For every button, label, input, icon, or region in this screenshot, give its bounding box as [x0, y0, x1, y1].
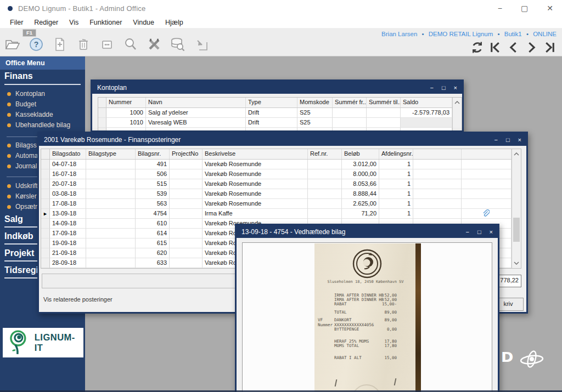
sidebar-item-automa[interactable]: Automa — [0, 151, 38, 161]
table-row[interactable]: 1010 Varesalg WEB Drift S25 — [98, 118, 452, 128]
staple-mark — [394, 378, 397, 385]
kontoplan-title: Kontoplan — [97, 84, 127, 92]
column-header[interactable]: Beløb — [342, 149, 379, 159]
more-options-icon[interactable] — [98, 35, 116, 54]
minimize-icon[interactable]: − — [465, 229, 469, 235]
scroll-up-icon[interactable] — [512, 149, 521, 159]
table-row[interactable]: 1000 Salg af ydelser Drift S25 -2.579.77… — [98, 108, 452, 118]
company-link[interactable]: DEMO RETAIL Lignum — [429, 31, 493, 37]
column-header[interactable]: Summér fr.. — [333, 98, 367, 107]
column-header[interactable]: Type — [246, 98, 297, 107]
first-record-icon[interactable] — [488, 41, 502, 54]
bilag-titlebar[interactable]: 13-09-18 - 4754 - Vedhæftede bilag − □ × — [237, 225, 498, 238]
help-icon[interactable]: ? — [27, 35, 46, 54]
kontoplan-titlebar[interactable]: Kontoplan − □ × — [92, 81, 462, 94]
irma-logo — [352, 248, 383, 279]
scrollbar-thumb[interactable] — [513, 218, 520, 242]
refresh-icon[interactable] — [470, 41, 484, 54]
table-row[interactable]: 04-07-18491Varekøb Rosemunde3.012,001 — [41, 160, 512, 169]
maximize-icon[interactable]: □ — [442, 84, 446, 91]
sidebar-item-udskrift[interactable]: Udskrift — [0, 181, 38, 191]
column-header[interactable]: Saldo — [401, 98, 452, 107]
receipt-address: Sluseholmen 18, 2450 København SV — [319, 280, 412, 284]
separator-dot: • — [495, 31, 503, 37]
sidebar-item-opsaet[interactable]: Opsætr — [0, 202, 37, 212]
open-folder-icon[interactable] — [3, 35, 22, 54]
column-header[interactable]: Afdelingsnr. — [379, 149, 413, 159]
menu-vis[interactable]: Vis — [64, 16, 84, 29]
kontoplan-header-row: Nummer Navn Type Momskode Summér fr.. Su… — [98, 98, 452, 108]
column-header[interactable]: Bilagsdato — [50, 149, 86, 159]
column-header[interactable]: Nummer — [106, 98, 146, 107]
svg-text:?: ? — [34, 40, 39, 49]
kontoplan-scrollbar[interactable] — [452, 98, 462, 132]
column-header[interactable]: Summér til.. — [367, 98, 401, 107]
column-header[interactable]: ProjectNo — [170, 149, 203, 159]
section-finans[interactable]: Finans — [4, 71, 33, 81]
finans-titlebar[interactable]: 2001 Varekøb Rosemunde - Finanspostering… — [39, 133, 526, 146]
table-row[interactable]: 17-08-18563Varekøb Rosemunde2.625,001 — [41, 199, 512, 209]
table-row[interactable]: 16-07-18506Varekøb Rosemunde8.000,001 — [41, 169, 512, 179]
toolbar: ? — [0, 29, 562, 56]
sidebar-item-korsler[interactable]: Kørsler — [0, 191, 37, 201]
main-titlebar: DEMO Lignum - Butik1 - Admind Office − ▢… — [0, 0, 562, 16]
tools-icon[interactable] — [145, 35, 164, 54]
sidebar-item-budget[interactable]: Budget — [0, 99, 36, 109]
search-icon[interactable] — [121, 35, 140, 54]
staple-mark — [335, 379, 338, 387]
maximize-icon[interactable]: ▢ — [521, 0, 528, 16]
scroll-up-icon[interactable] — [453, 98, 462, 107]
previous-record-icon[interactable] — [507, 41, 520, 54]
import-icon[interactable] — [192, 35, 211, 54]
section-salg[interactable]: Salg — [4, 214, 23, 224]
column-header[interactable]: Navn — [146, 98, 246, 107]
delete-icon[interactable] — [74, 35, 93, 54]
menu-funktioner[interactable]: Funktioner — [84, 16, 127, 29]
close-icon[interactable]: × — [490, 229, 493, 235]
column-header[interactable]: Bilagstype — [86, 149, 136, 159]
sidebar-item-kassekladde[interactable]: Kassekladde — [0, 110, 53, 120]
section-indkob[interactable]: Indkøb — [4, 231, 33, 241]
d-status-icon[interactable]: D — [501, 349, 513, 365]
sidebar-item-bilags[interactable]: Bilagss — [0, 140, 37, 150]
close-icon[interactable]: × — [518, 137, 521, 143]
orbit-sync-icon[interactable] — [518, 346, 546, 372]
close-icon[interactable]: ✕ — [547, 0, 553, 16]
user-link[interactable]: Brian Larsen — [381, 31, 417, 37]
scroll-down-icon[interactable] — [512, 258, 521, 268]
lignum-logo-text: LIGNUM-IT — [35, 332, 83, 353]
close-icon[interactable]: × — [454, 84, 457, 91]
database-search-icon[interactable] — [168, 35, 187, 54]
minimize-icon[interactable]: − — [430, 84, 433, 91]
sidebar-item-kontoplan[interactable]: Kontoplan — [0, 89, 45, 99]
column-header[interactable]: Momskode — [297, 98, 333, 107]
maximize-icon[interactable]: □ — [477, 229, 481, 235]
last-record-icon[interactable] — [543, 41, 557, 54]
section-projekt[interactable]: Projekt — [4, 248, 34, 258]
minimize-icon[interactable]: − — [498, 0, 502, 16]
new-document-icon[interactable] — [50, 35, 69, 54]
attachment-paperclip-icon[interactable] — [481, 209, 490, 219]
table-row[interactable]: 20-07-18515Varekøb Rosemunde8.053,661 — [41, 179, 512, 189]
table-row-selected[interactable]: ►13-09-184754Irma Kaffe71,201 — [41, 209, 512, 219]
next-record-icon[interactable] — [525, 41, 538, 54]
maximize-icon[interactable]: □ — [506, 137, 510, 143]
menu-rediger[interactable]: Rediger — [29, 16, 64, 29]
menu-hjaelp[interactable]: Hjælp — [160, 16, 189, 29]
sidebar-item-ubehandlede-bilag[interactable]: Ubehandlede bilag — [0, 120, 70, 130]
office-menu-header: Office Menu — [0, 56, 85, 70]
column-header[interactable]: Beskrivelse — [203, 149, 308, 159]
separator-dot: • — [524, 31, 531, 37]
finans-scrollbar[interactable] — [512, 149, 521, 268]
minimize-icon[interactable]: − — [494, 137, 497, 143]
column-header[interactable]: Ref.nr. — [308, 149, 342, 159]
record-navigation — [470, 41, 557, 54]
menu-vindue[interactable]: Vindue — [127, 16, 160, 29]
related-postings-link[interactable]: Vis relaterede posteringer — [43, 296, 113, 303]
store-link[interactable]: Butik1 — [504, 31, 522, 37]
section-tidsreg[interactable]: Tidsregi — [4, 265, 38, 275]
column-header[interactable]: Bilagsnr. — [136, 149, 170, 159]
sidebar-item-journal[interactable]: Journal — [0, 161, 37, 171]
table-row[interactable]: 03-08-18539Varekøb Rosemunde8.888,441 — [41, 189, 512, 199]
menu-filer[interactable]: Filer — [4, 16, 29, 29]
